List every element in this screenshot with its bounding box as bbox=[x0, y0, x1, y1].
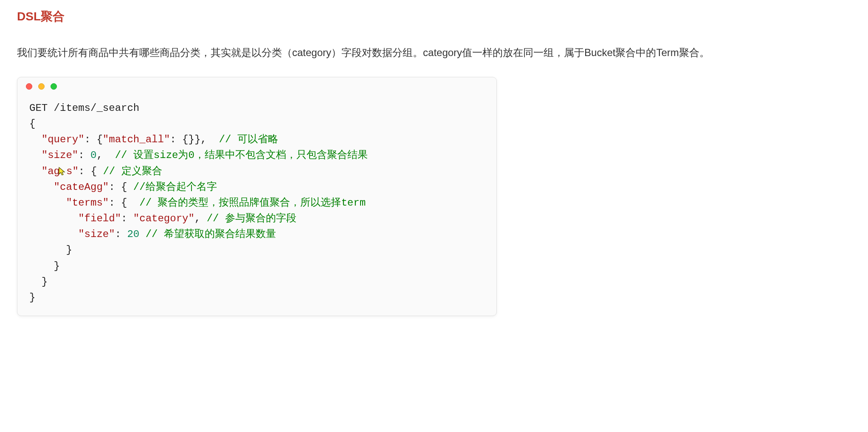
code-line: } bbox=[29, 244, 72, 256]
code-text: : bbox=[121, 213, 133, 224]
code-key: "cateAgg" bbox=[54, 181, 109, 193]
minimize-icon bbox=[38, 83, 45, 90]
code-key: "field" bbox=[78, 213, 121, 224]
code-number: 20 bbox=[127, 229, 139, 240]
section-heading: DSL聚合 bbox=[17, 8, 851, 25]
code-line: GET /items/_search bbox=[29, 102, 139, 114]
code-string: "category" bbox=[133, 213, 194, 224]
code-text: : bbox=[78, 150, 90, 161]
code-text: : { bbox=[85, 134, 103, 145]
close-icon bbox=[26, 83, 32, 90]
code-key: "terms" bbox=[66, 197, 109, 209]
code-comment: // 可以省略 bbox=[207, 134, 278, 145]
code-comment: // 聚合的类型，按照品牌值聚合，所以选择term bbox=[133, 197, 366, 209]
code-window: GET /items/_search { "query": {"match_al… bbox=[17, 77, 497, 316]
code-comment: // 定义聚合 bbox=[103, 166, 162, 177]
code-text bbox=[139, 229, 145, 240]
code-comment: // 希望获取的聚合结果数量 bbox=[146, 229, 276, 240]
code-text: : { bbox=[79, 166, 103, 177]
code-line: { bbox=[29, 118, 35, 130]
code-titlebar bbox=[17, 77, 496, 96]
code-key: "ag bbox=[42, 166, 60, 177]
code-number: 0 bbox=[90, 150, 96, 161]
code-key: "size" bbox=[42, 150, 78, 161]
code-text: , bbox=[96, 150, 102, 161]
code-key: "match_all" bbox=[103, 134, 170, 145]
code-block: GET /items/_search { "query": {"match_al… bbox=[17, 96, 496, 316]
maximize-icon bbox=[51, 83, 57, 90]
code-line: } bbox=[29, 292, 35, 303]
code-comment: // 设置size为0，结果中不包含文档，只包含聚合结果 bbox=[103, 150, 368, 161]
code-line: } bbox=[29, 260, 60, 272]
code-text: : { bbox=[109, 181, 133, 193]
code-comment: //给聚合起个名字 bbox=[133, 181, 217, 193]
code-line: } bbox=[29, 276, 48, 288]
code-key: s" bbox=[66, 166, 79, 177]
description-paragraph: 我们要统计所有商品中共有哪些商品分类，其实就是以分类（category）字段对数… bbox=[17, 42, 851, 64]
code-text: : {}}, bbox=[170, 134, 206, 145]
code-text: , bbox=[194, 213, 207, 224]
code-comment: // 参与聚合的字段 bbox=[207, 213, 296, 224]
code-key: "size" bbox=[78, 229, 115, 240]
mouse-cursor-icon bbox=[60, 166, 66, 174]
code-text: : bbox=[115, 229, 127, 240]
code-text: : { bbox=[109, 197, 133, 209]
code-key: "query" bbox=[42, 134, 85, 145]
